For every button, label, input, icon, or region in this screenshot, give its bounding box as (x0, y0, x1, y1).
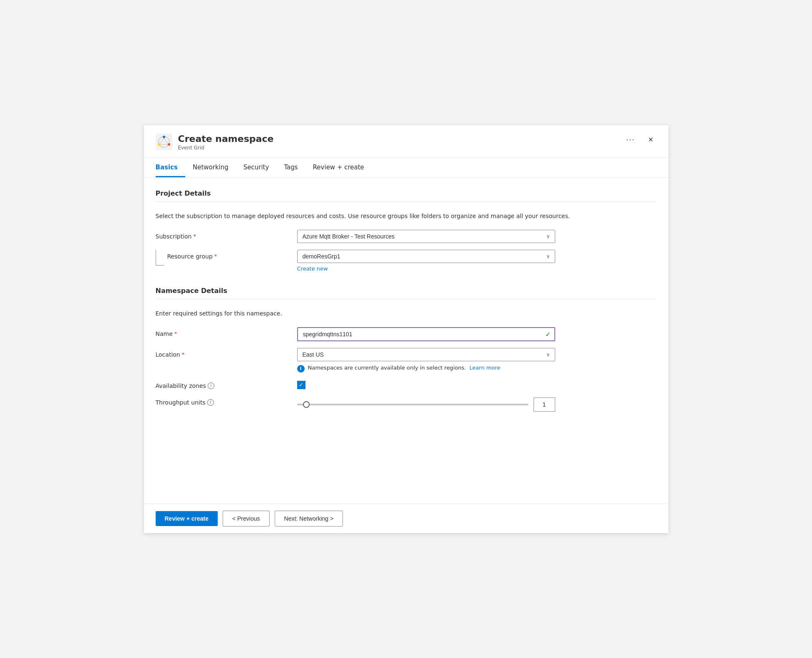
availability-zones-row: Availability zones i ✓ (156, 379, 657, 389)
close-button[interactable]: × (645, 134, 657, 145)
create-new-link[interactable]: Create new (297, 266, 328, 272)
footer: Review + create < Previous Next: Network… (144, 504, 668, 533)
panel-title-group: Create namespace Event Grid (178, 134, 274, 151)
tab-review-create[interactable]: Review + create (305, 158, 372, 177)
svg-point-2 (163, 136, 165, 138)
name-valid-icon: ✓ (545, 330, 551, 338)
location-info-icon: i (297, 365, 305, 372)
subscription-label: Subscription * (156, 230, 297, 240)
panel-header-left: Create namespace Event Grid (156, 134, 274, 151)
throughput-units-info-icon[interactable]: i (207, 399, 214, 406)
namespace-details-desc: Enter required settings for this namespa… (156, 309, 657, 318)
namespace-details-section: Namespace Details Enter required setting… (156, 287, 657, 412)
project-details-desc: Select the subscription to manage deploy… (156, 212, 657, 221)
learn-more-link[interactable]: Learn more (469, 365, 500, 371)
resource-group-row: Resource group * demoResGrp1 ∨ Create ne… (156, 250, 657, 272)
create-namespace-panel: Create namespace Event Grid ··· × Basics… (144, 125, 668, 533)
next-button[interactable]: Next: Networking > (275, 511, 343, 526)
subscription-select[interactable]: Azure Mqtt Broker - Test Resources (297, 230, 555, 243)
availability-zones-checkbox[interactable]: ✓ (297, 381, 305, 389)
panel-title: Create namespace (178, 134, 274, 144)
tab-tags[interactable]: Tags (276, 158, 305, 177)
subscription-row: Subscription * Azure Mqtt Broker - Test … (156, 230, 657, 243)
name-required: * (174, 330, 177, 337)
panel-header-actions: ··· × (623, 134, 657, 146)
project-details-section: Project Details Select the subscription … (156, 189, 657, 272)
more-button[interactable]: ··· (623, 134, 638, 146)
subscription-select-wrapper: Azure Mqtt Broker - Test Resources ∨ (297, 230, 555, 243)
event-grid-icon (156, 134, 172, 150)
subscription-required: * (194, 233, 196, 239)
name-control: ✓ (297, 327, 555, 341)
location-info-text: Namespaces are currently available only … (308, 365, 501, 371)
throughput-value: 1 (534, 397, 555, 412)
form-content: Project Details Select the subscription … (144, 178, 668, 504)
indent-line (156, 250, 164, 266)
location-info-note: i Namespaces are currently available onl… (297, 365, 555, 372)
resource-group-control: demoResGrp1 ∨ Create new (297, 250, 555, 272)
tab-security[interactable]: Security (236, 158, 277, 177)
resource-group-indent: Resource group * (156, 250, 297, 266)
resource-group-select-wrapper: demoResGrp1 ∨ (297, 250, 555, 263)
section-divider (156, 201, 657, 202)
throughput-units-control: 1 (297, 396, 555, 412)
name-input[interactable] (297, 327, 555, 341)
location-label: Location * (156, 348, 297, 358)
panel-header: Create namespace Event Grid ··· × (144, 125, 668, 158)
previous-button[interactable]: < Previous (223, 511, 270, 526)
availability-zones-control: ✓ (297, 379, 555, 389)
tab-basics[interactable]: Basics (156, 158, 185, 177)
namespace-details-title: Namespace Details (156, 287, 657, 295)
svg-point-4 (158, 143, 160, 146)
tabs-nav: Basics Networking Security Tags Review +… (144, 158, 668, 178)
throughput-units-row: Throughput units i 1 (156, 396, 657, 412)
checkbox-check-icon: ✓ (299, 382, 303, 387)
tab-networking[interactable]: Networking (185, 158, 236, 177)
availability-zones-checkbox-wrapper: ✓ (297, 381, 555, 389)
location-row: Location * East US ∨ i (156, 348, 657, 372)
location-select-wrapper: East US ∨ (297, 348, 555, 361)
svg-point-3 (168, 143, 170, 146)
panel-subtitle: Event Grid (178, 145, 274, 151)
project-details-title: Project Details (156, 189, 657, 197)
availability-zones-label: Availability zones i (156, 379, 297, 389)
location-required: * (182, 351, 185, 358)
subscription-control: Azure Mqtt Broker - Test Resources ∨ (297, 230, 555, 243)
resource-group-select[interactable]: demoResGrp1 (297, 250, 555, 263)
review-create-button[interactable]: Review + create (156, 511, 218, 526)
location-control: East US ∨ i Namespaces are currently ava… (297, 348, 555, 372)
name-row: Name * ✓ (156, 327, 657, 341)
name-label: Name * (156, 327, 297, 337)
name-input-wrapper: ✓ (297, 327, 555, 341)
location-select[interactable]: East US (297, 348, 555, 361)
namespace-divider (156, 299, 657, 299)
throughput-slider[interactable] (297, 404, 529, 405)
availability-zones-info-icon[interactable]: i (208, 382, 214, 389)
throughput-units-label: Throughput units i (156, 396, 297, 406)
resource-group-label: Resource group * (167, 250, 217, 260)
resource-group-required: * (214, 253, 217, 259)
slider-thumb[interactable] (303, 401, 310, 408)
throughput-slider-wrapper: 1 (297, 397, 555, 412)
